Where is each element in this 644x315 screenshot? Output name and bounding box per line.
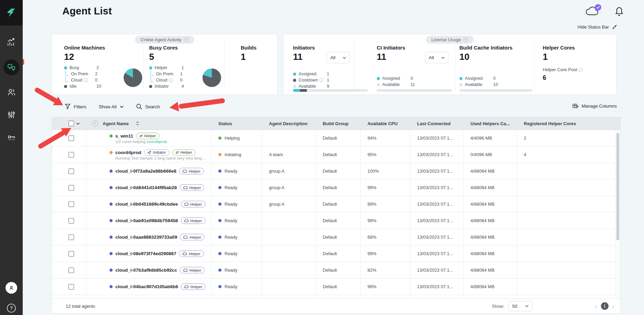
info-icon[interactable]: i bbox=[169, 78, 173, 82]
incredibuild-logo-icon bbox=[6, 8, 17, 18]
helper-badge: ⇄Helper bbox=[136, 133, 159, 139]
cloud-helper-badge: Helper bbox=[180, 184, 205, 191]
info-icon[interactable]: i bbox=[319, 78, 323, 82]
row-checkbox[interactable] bbox=[69, 202, 74, 207]
sidebar-item-settings[interactable] bbox=[0, 109, 23, 121]
license-usage-panel: License Usage ? Initiators 11 All Assign… bbox=[283, 34, 616, 95]
legend-item: Helper 1 bbox=[149, 65, 184, 71]
last-connected: 13/03/2023 07:1... bbox=[410, 196, 464, 212]
agent-description bbox=[262, 130, 316, 146]
next-page-button[interactable]: › bbox=[612, 303, 614, 309]
table-scrollbar[interactable] bbox=[615, 130, 620, 298]
sidebar-item-license[interactable] bbox=[0, 132, 23, 144]
agent-link[interactable]: coord4prod bbox=[147, 140, 167, 144]
ci-initiators-legend: Assigned 0 Available 11 bbox=[377, 75, 415, 88]
agent-description bbox=[262, 229, 316, 245]
legend-item: On Prem 1 bbox=[149, 71, 184, 77]
initiators-metric: Initiators 11 bbox=[293, 45, 315, 62]
prev-page-button[interactable]: ‹ bbox=[595, 303, 597, 309]
cloud-icon bbox=[183, 269, 188, 272]
page-size-select[interactable]: 50 bbox=[508, 301, 532, 311]
row-checkbox[interactable] bbox=[69, 268, 74, 273]
app-logo[interactable] bbox=[0, 0, 23, 25]
info-icon[interactable]: i bbox=[84, 78, 88, 82]
initiators-filter-dropdown[interactable]: All bbox=[326, 52, 350, 63]
row-checkbox[interactable] bbox=[69, 284, 74, 290]
header-agent-name[interactable]: ! Agent Name bbox=[86, 117, 211, 130]
row-checkbox[interactable] bbox=[69, 135, 74, 141]
table-row[interactable]: cloud_i-0f72a9a2e88b666e8 Helper Ready g… bbox=[52, 163, 620, 180]
online-machines-pie-chart bbox=[124, 68, 142, 87]
legend-dot bbox=[64, 85, 67, 88]
registered-helper-cores bbox=[517, 229, 620, 245]
header-available-cpu[interactable]: Available CPU bbox=[361, 117, 410, 130]
header-build-group[interactable]: Build Group bbox=[316, 117, 361, 130]
legend-item: Initiator 4 bbox=[149, 83, 184, 89]
cloud-icon bbox=[184, 203, 189, 206]
row-checkbox[interactable] bbox=[69, 152, 74, 158]
table-row[interactable]: s_win11 ⇄Helper 1/2 cores helping coord4… bbox=[52, 130, 620, 146]
table-row[interactable]: cloud_i-04bac907d105ab6b6 Helper Ready D… bbox=[52, 279, 620, 295]
header-status[interactable]: Status bbox=[211, 117, 262, 130]
row-checkbox[interactable] bbox=[69, 218, 74, 224]
legend-item: Assigned 0 bbox=[377, 75, 415, 82]
sidebar-item-analytics[interactable] bbox=[0, 36, 23, 48]
table-row[interactable]: cloud_i-0d6441d144f95ab28 Helper Ready g… bbox=[52, 180, 620, 196]
helper-arrows-icon: ⇄ bbox=[139, 134, 143, 138]
status-dot bbox=[218, 236, 221, 239]
header-agent-description[interactable]: Agent Description bbox=[262, 117, 316, 130]
cloud-status-button[interactable] bbox=[585, 6, 600, 17]
sidebar-item-users[interactable] bbox=[0, 86, 23, 98]
last-connected: 13/03/2023 07:1... bbox=[410, 246, 464, 262]
legend-item: Assigned 0 bbox=[459, 75, 498, 82]
table-row[interactable]: cloud_i-0ab91e098db759458 Helper Ready D… bbox=[52, 213, 620, 229]
legend-dot bbox=[149, 66, 152, 69]
select-all-checkbox[interactable] bbox=[69, 121, 74, 126]
metric-title: Online Machines bbox=[64, 45, 105, 51]
legend-dot bbox=[293, 79, 296, 82]
row-checkbox[interactable] bbox=[69, 185, 74, 191]
sidebar-help[interactable]: ? bbox=[0, 303, 23, 314]
online-agent-activity-panel: Online Agent Activity ? Online Machines … bbox=[52, 34, 278, 95]
sidebar-item-agents[interactable] bbox=[0, 59, 23, 75]
sidebar-user-avatar[interactable] bbox=[0, 282, 23, 294]
show-all-dropdown[interactable]: Show All bbox=[99, 104, 124, 109]
header-used-helpers[interactable]: Used Helpers Ca... bbox=[464, 117, 517, 130]
legend-item: Cloudi 0 bbox=[64, 77, 105, 83]
available-cpu: 95% bbox=[361, 146, 410, 163]
sort-icon[interactable] bbox=[136, 121, 139, 126]
table-row[interactable]: cloud_i-08e973f74ed290867 Helper Ready D… bbox=[52, 246, 620, 262]
table-row[interactable]: cloud_i-07b3af9db85cb92cc Helper Ready D… bbox=[52, 262, 620, 279]
notifications-button[interactable] bbox=[614, 6, 624, 18]
used-helpers: 4/88064 MB bbox=[464, 180, 517, 196]
build-cache-initiators-metric: Build Cache Initiators 10 bbox=[459, 45, 512, 62]
build-group: Default bbox=[316, 246, 361, 262]
row-checkbox[interactable] bbox=[69, 235, 74, 240]
search-button[interactable]: Search bbox=[136, 104, 160, 110]
filters-button[interactable]: Filters bbox=[65, 104, 86, 110]
info-icon[interactable]: i bbox=[579, 68, 583, 72]
row-checkbox[interactable] bbox=[69, 251, 74, 257]
status-dot bbox=[218, 170, 221, 173]
info-icon[interactable]: ? bbox=[464, 37, 468, 42]
agent-dot bbox=[110, 252, 113, 255]
manage-columns-button[interactable]: Manage Columns bbox=[572, 103, 617, 109]
current-page-badge[interactable]: 1 bbox=[601, 302, 609, 310]
row-checkbox[interactable] bbox=[69, 169, 74, 174]
hide-status-bar-button[interactable]: Hide Status Bar bbox=[578, 24, 617, 30]
cloud-helper-badge: Helper bbox=[179, 250, 204, 257]
header-registered-helper-cores[interactable]: Registered Helper Cores bbox=[517, 117, 620, 130]
build-group: Default bbox=[316, 262, 361, 278]
select-menu-chevron-icon[interactable] bbox=[76, 122, 80, 125]
available-cpu: 82% bbox=[361, 262, 410, 278]
available-cpu: 99% bbox=[361, 246, 410, 262]
table-row[interactable]: cloud_i-0b0451669c49cbdee Helper Ready g… bbox=[52, 196, 620, 213]
show-all-label: Show All bbox=[99, 104, 117, 109]
scrollbar-thumb[interactable] bbox=[616, 133, 619, 240]
header-last-connected[interactable]: Last Connected bbox=[410, 117, 464, 130]
table-row[interactable]: coord4prod Initiator ⇄Helper Running Tes… bbox=[52, 146, 620, 163]
status-label: Helping bbox=[225, 135, 240, 141]
ci-initiators-filter-dropdown[interactable]: All bbox=[425, 52, 448, 63]
table-row[interactable]: cloud_i-0aae8883239733a09 Helper Ready D… bbox=[52, 229, 620, 246]
info-icon[interactable]: ? bbox=[184, 37, 189, 42]
